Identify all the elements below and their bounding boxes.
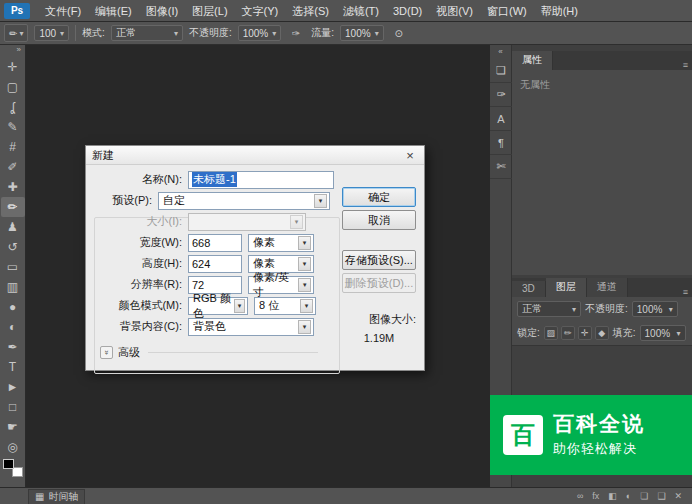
- resolution-row: 分辨率(R): 72 像素/英寸 ▾: [86, 274, 424, 295]
- lock-position-icon[interactable]: ✛: [578, 326, 592, 340]
- blur-tool[interactable]: ●: [1, 297, 25, 317]
- zoom-tool[interactable]: ◎: [1, 437, 25, 457]
- lock-row: 锁定: ▨ ✏ ✛ ◆ 填充: 100% ▾: [512, 321, 692, 345]
- panel-menu-icon[interactable]: ≡: [683, 60, 688, 70]
- rectangular-marquee-tool[interactable]: ▢: [1, 77, 25, 97]
- eraser-tool[interactable]: ▭: [1, 257, 25, 277]
- link-layers-icon[interactable]: ∞: [577, 491, 583, 501]
- dialog-title-bar[interactable]: 新建 ×: [86, 146, 424, 165]
- color-mode-dropdown[interactable]: RGB 颜色 ▾: [188, 297, 248, 315]
- chevron-down-icon: ▾: [290, 215, 303, 229]
- lock-all-icon[interactable]: ◆: [595, 326, 609, 340]
- layer-group-icon[interactable]: ❏: [640, 491, 648, 501]
- background-dropdown[interactable]: 背景色 ▾: [188, 318, 314, 336]
- move-tool[interactable]: ✛: [1, 57, 25, 77]
- healing-brush-tool[interactable]: ✚: [1, 177, 25, 197]
- width-unit-dropdown[interactable]: 像素 ▾: [248, 234, 314, 252]
- gradient-tool[interactable]: ▥: [1, 277, 25, 297]
- hand-tool[interactable]: ☛: [1, 417, 25, 437]
- baike-logo-icon: 百: [503, 415, 543, 455]
- layer-opacity-label: 不透明度:: [585, 302, 628, 316]
- menu-edit[interactable]: 编辑(E): [88, 0, 139, 22]
- panel-menu-icon[interactable]: ≡: [683, 287, 688, 297]
- menu-file[interactable]: 文件(F): [38, 0, 88, 22]
- eyedropper-tool[interactable]: ✐: [1, 157, 25, 177]
- chevron-down-icon: ▾: [174, 29, 178, 38]
- tab-channels[interactable]: 通道: [587, 278, 628, 297]
- menu-view[interactable]: 视图(V): [429, 0, 480, 22]
- expand-panels-icon[interactable]: «: [490, 45, 511, 59]
- timeline-tab[interactable]: ▦ 时间轴: [28, 489, 85, 504]
- airbrush-toggle-icon[interactable]: ⊙: [390, 24, 408, 42]
- tab-properties[interactable]: 属性: [512, 51, 553, 70]
- menu-window[interactable]: 窗口(W): [480, 0, 534, 22]
- advanced-toggle-icon[interactable]: »: [100, 346, 113, 359]
- layer-opacity-value: 100%: [637, 304, 663, 315]
- pressure-opacity-icon[interactable]: ✑: [287, 24, 305, 42]
- menu-filter[interactable]: 滤镜(T): [336, 0, 386, 22]
- quick-selection-tool[interactable]: ✎: [1, 117, 25, 137]
- fill-dropdown[interactable]: 100% ▾: [640, 325, 686, 341]
- menu-3d[interactable]: 3D(D): [386, 0, 429, 22]
- character-panel-icon[interactable]: A: [490, 107, 512, 131]
- menu-select[interactable]: 选择(S): [285, 0, 336, 22]
- collapse-tools-icon[interactable]: »: [0, 45, 25, 57]
- flow-dropdown[interactable]: 100% ▾: [340, 25, 384, 41]
- color-mode-label: 颜色模式(M):: [98, 298, 182, 313]
- pen-tool[interactable]: ✒: [1, 337, 25, 357]
- width-input[interactable]: 668: [188, 234, 242, 252]
- height-input[interactable]: 624: [188, 255, 242, 273]
- color-swatches[interactable]: [3, 459, 23, 477]
- clone-source-panel-icon[interactable]: ✄: [490, 155, 512, 179]
- tab-layers[interactable]: 图层: [546, 278, 587, 297]
- photoshop-logo-icon: Ps: [4, 3, 30, 19]
- foreground-color-swatch[interactable]: [3, 459, 14, 469]
- menu-layer[interactable]: 图层(L): [185, 0, 234, 22]
- adjustment-layer-icon[interactable]: ◐: [626, 491, 631, 501]
- width-value: 668: [192, 237, 210, 249]
- resolution-unit-dropdown[interactable]: 像素/英寸 ▾: [248, 276, 314, 294]
- opacity-label: 不透明度:: [189, 26, 232, 40]
- layer-blend-mode-dropdown[interactable]: 正常 ▾: [517, 301, 581, 317]
- type-tool[interactable]: T: [1, 357, 25, 377]
- blend-mode-dropdown[interactable]: 正常 ▾: [111, 25, 183, 41]
- layer-style-icon[interactable]: fx: [592, 491, 599, 501]
- paragraph-panel-icon[interactable]: ¶: [490, 131, 512, 155]
- chevron-down-icon: ▾: [60, 29, 64, 38]
- lasso-tool[interactable]: ʆ: [1, 97, 25, 117]
- lock-transparent-icon[interactable]: ▨: [544, 326, 558, 340]
- brush-tool[interactable]: ✏: [1, 197, 25, 217]
- dodge-tool[interactable]: ◐: [1, 317, 25, 337]
- history-panel-icon[interactable]: ❏: [490, 59, 512, 83]
- history-brush-tool[interactable]: ↺: [1, 237, 25, 257]
- delete-layer-icon[interactable]: ✕: [674, 491, 682, 501]
- opacity-value: 100%: [243, 28, 269, 39]
- current-tool-icon: ✏: [9, 28, 17, 39]
- lock-pixels-icon[interactable]: ✏: [561, 326, 575, 340]
- blend-mode-label: 模式:: [82, 26, 105, 40]
- menu-image[interactable]: 图像(I): [139, 0, 185, 22]
- opacity-dropdown[interactable]: 100% ▾: [238, 25, 282, 41]
- height-label: 高度(H):: [98, 256, 182, 271]
- brush-presets-panel-icon[interactable]: ✑: [490, 83, 512, 107]
- background-value: 背景色: [193, 319, 226, 334]
- name-input[interactable]: 未标题-1: [188, 171, 334, 189]
- tool-preset-picker[interactable]: ✏ ▾: [4, 24, 28, 42]
- brush-size-value: 100: [39, 28, 56, 39]
- menu-help[interactable]: 帮助(H): [534, 0, 585, 22]
- tab-3d[interactable]: 3D: [512, 281, 546, 297]
- crop-tool[interactable]: #: [1, 137, 25, 157]
- bit-depth-dropdown[interactable]: 8 位 ▾: [254, 297, 316, 315]
- layer-mask-icon[interactable]: ◧: [608, 491, 617, 501]
- close-icon[interactable]: ×: [402, 148, 418, 163]
- layer-opacity-dropdown[interactable]: 100% ▾: [632, 301, 678, 317]
- menu-type[interactable]: 文字(Y): [235, 0, 286, 22]
- promo-subtitle: 助你轻松解决: [553, 440, 645, 458]
- path-selection-tool[interactable]: ►: [1, 377, 25, 397]
- new-layer-icon[interactable]: ❑: [657, 491, 665, 501]
- brush-size-dropdown[interactable]: 100 ▾: [34, 25, 69, 41]
- clone-stamp-tool[interactable]: ♟: [1, 217, 25, 237]
- preset-dropdown[interactable]: 自定 ▾: [158, 192, 330, 210]
- rectangle-tool[interactable]: □: [1, 397, 25, 417]
- chevron-down-icon: ▾: [298, 236, 311, 250]
